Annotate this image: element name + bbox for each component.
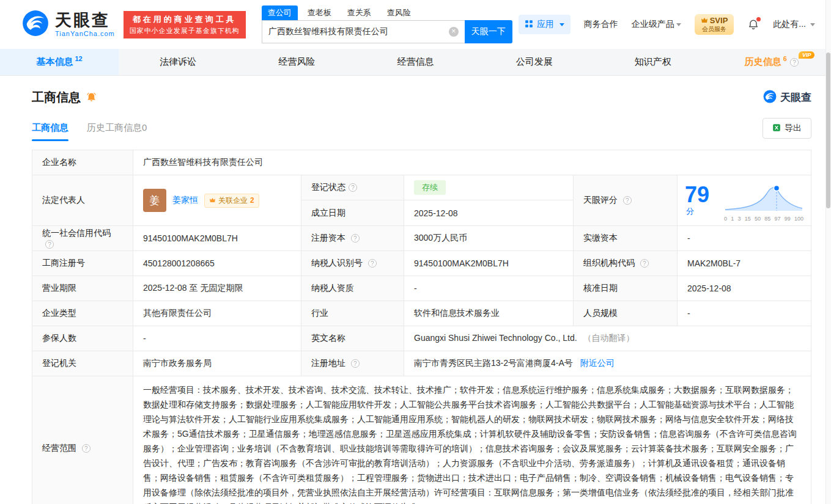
tab-label: 经营风险 [278,56,315,68]
help-icon[interactable]: ? [368,259,377,268]
company-type-value: 其他有限责任公司 [133,301,301,326]
tab-count: 12 [75,55,82,62]
business-term-value: 2025-12-08 至 无固定期限 [133,276,301,301]
svip-member-badge[interactable]: SVIP 会员服务 [695,14,734,35]
paid-capital-value: - [678,226,811,251]
field-label: 法定代表人 [32,175,133,226]
apps-menu[interactable]: 应用 [519,15,571,34]
staff-size-value: - [678,301,811,326]
tab-company-development[interactable]: 公司发展 [475,49,594,75]
tab-basic-info[interactable]: 基本信息 12 [0,49,119,75]
legal-rep-cell: 姜 姜家恒 关联企业 2 [133,175,301,226]
table-row: 企业名称 广西数丝智维科技有限责任公司 [32,150,811,175]
scrollbar[interactable] [825,0,831,504]
help-icon[interactable]: ? [640,259,649,268]
field-label: 天眼评分 ? [574,175,678,226]
search-button[interactable]: 天眼一下 [465,20,512,43]
business-cooperation-link[interactable]: 商务合作 [584,19,618,30]
table-row: 法定代表人 姜 姜家恒 关联企业 2 [32,175,811,226]
search-tab-company[interactable]: 查公司 [262,5,298,20]
english-name-cell: Guangxi Shusi Zhiwei Technology Co., Ltd… [404,326,811,351]
field-label: 企业类型 [32,301,133,326]
export-button[interactable]: 导出 [763,118,811,139]
tianyancha-logo-icon [22,10,49,39]
field-label: 核准日期 [574,276,678,301]
logo-domain: TianYanCha.com [55,30,115,37]
reg-address-value: 南宁市青秀区民主路13-2号富港商厦4-A号 [414,358,573,368]
clear-icon[interactable]: × [449,27,459,37]
brand-watermark: 天眼查 [763,90,811,106]
user-account-menu[interactable]: 此处有... [773,19,815,30]
header-nav: 应用 商务合作 企业级产品 SVIP 会员服务 [519,14,815,35]
help-icon[interactable]: ? [623,196,632,205]
crown-icon [701,16,708,26]
avatar[interactable]: 姜 [143,189,166,212]
help-icon[interactable]: ? [82,444,90,453]
field-label: 参保人数 [32,326,133,351]
help-icon[interactable]: ? [790,58,799,67]
search-tab-risk[interactable]: 查风险 [381,5,417,20]
username: 此处有... [773,19,806,30]
business-cooperation-label: 商务合作 [584,19,618,30]
help-icon[interactable]: ? [45,240,54,249]
tab-label: 知识产权 [635,56,671,68]
search-input-wrap: × [262,20,465,43]
org-code-value: MAK2M0BL-7 [678,251,811,276]
svip-sublabel: 会员服务 [701,26,728,33]
table-row: 统一社会信用代码 ? 91450100MAK2M0BL7H 注册资本 ? 300… [32,226,811,251]
svip-label: SVIP [710,16,728,26]
related-companies-count: 2 [250,196,254,205]
search-tabs: 查公司 查老板 查关系 查风险 [262,5,512,20]
promo-line1: 都在用的商业查询工具 [130,14,240,25]
field-label: 登记状态 ? [301,175,404,200]
chevron-down-icon [560,23,564,26]
industry-value: 软件和信息技术服务业 [404,301,574,326]
subtab-business-info[interactable]: 工商信息 [32,122,68,141]
help-icon[interactable]: ? [351,359,360,368]
top-header: 天眼查 TianYanCha.com 都在用的商业查询工具 国家中小企业发展子基… [0,0,831,49]
establish-date-value: 2025-12-08 [404,200,573,225]
legal-rep-link[interactable]: 姜家恒 [172,195,198,206]
enterprise-products-link[interactable]: 企业级产品 [632,19,681,30]
scrollbar-thumb[interactable] [826,53,830,208]
field-label: 统一社会信用代码 ? [32,226,133,251]
crown-icon [209,196,216,205]
promo-line2: 国家中小企业发展子基金旗下机构 [130,26,240,35]
score-distribution-chart: 01 315 5085 9799 100 [724,179,803,222]
insured-count-value: - [133,326,301,351]
search-tab-relation[interactable]: 查关系 [341,5,377,20]
tab-label: 基本信息 [36,56,73,68]
tab-label: 历史信息 [745,56,781,68]
export-label: 导出 [785,123,802,134]
search-block: 查公司 查老板 查关系 查风险 × 天眼一下 [262,5,512,43]
help-icon[interactable]: ? [349,183,357,192]
search-input[interactable] [268,27,449,37]
field-label: 注册资本 ? [301,226,404,251]
reg-authority-value: 南宁市政务服务局 [133,351,301,376]
tianyan-score-cell: 79分 01 [678,175,811,226]
tab-operation-info[interactable]: 经营信息 [356,49,475,75]
subtabs-row: 工商信息 历史工商信息0 导出 [32,118,811,145]
page-title: 工商信息 [32,89,81,106]
tianyancha-logo[interactable]: 天眼查 TianYanCha.com [22,10,115,39]
field-label: 工商注册号 [32,251,133,276]
notification-bell-icon[interactable] [747,18,759,31]
tab-history-info[interactable]: 历史信息 6 ? VIP [712,49,831,75]
subtab-history-business-info[interactable]: 历史工商信息0 [87,122,147,141]
field-label: 英文名称 [301,326,404,351]
related-companies-badge[interactable]: 关联企业 2 [204,194,259,208]
alert-bell-icon[interactable] [86,92,97,103]
help-icon[interactable]: ? [351,234,360,243]
excel-icon [772,123,781,134]
search-tab-boss[interactable]: 查老板 [301,5,338,20]
tab-operation-risk[interactable]: 经营风险 [237,49,356,75]
taxpayer-qualification-value: - [404,276,574,301]
tab-legal-proceedings[interactable]: 法律诉讼 [119,49,237,75]
chevron-down-icon [676,23,681,26]
nearby-companies-link[interactable]: 附近公司 [580,358,615,368]
table-row: 参保人数 - 英文名称 Guangxi Shusi Zhiwei Technol… [32,326,811,351]
reg-capital-value: 3000万人民币 [404,226,574,251]
tab-intellectual-property[interactable]: 知识产权 [594,49,712,75]
enterprise-products-label: 企业级产品 [632,19,674,30]
english-name-value: Guangxi Shusi Zhiwei Technology Co., Ltd… [414,333,577,343]
